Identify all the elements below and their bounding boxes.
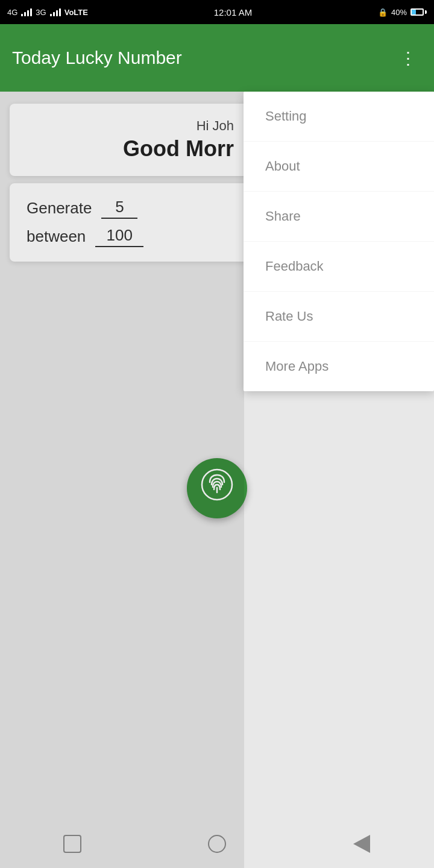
bar4 [30,8,32,16]
status-bar: 4G 3G VoLTE 12:01 AM 🔒 40% [0,0,434,24]
menu-item-rate-us[interactable]: Rate Us [244,292,434,342]
menu-item-setting[interactable]: Setting [244,92,434,142]
overflow-menu-button[interactable]: ⋮ [395,43,422,73]
bar3 [27,10,29,16]
menu-label-setting: Setting [265,108,307,124]
dropdown-menu: Setting About Share Feedback Rate Us Mor… [244,92,434,391]
status-left: 4G 3G VoLTE [7,8,88,17]
menu-label-feedback: Feedback [265,259,324,274]
bar5 [50,14,52,16]
battery-fill [412,10,416,14]
network-3g: 3G [36,8,46,17]
menu-label-rate-us: Rate Us [265,309,313,324]
menu-item-feedback[interactable]: Feedback [244,242,434,292]
bar1 [21,14,23,16]
main-content: Hi Joh Good Morr Generate 5 between 100 [0,92,434,868]
app-bar: Today Lucky Number ⋮ [0,24,434,92]
signal-bars-2 [50,8,61,16]
menu-item-more-apps[interactable]: More Apps [244,342,434,391]
scrim-overlay [0,92,244,868]
signal-bars-1 [21,8,32,16]
bar7 [56,10,58,16]
menu-label-more-apps: More Apps [265,359,329,374]
battery-tip [425,10,427,14]
menu-label-share: Share [265,209,301,224]
volte-label: VoLTE [64,8,88,17]
bar2 [24,12,26,16]
bar6 [53,12,55,16]
back-icon [353,835,370,853]
lock-icon: 🔒 [378,8,388,17]
bar8 [59,8,61,16]
network-4g: 4G [7,8,17,17]
menu-label-about: About [265,159,300,174]
menu-item-about[interactable]: About [244,142,434,192]
battery-body [410,8,424,16]
battery-percent: 40% [391,8,407,17]
battery-icon [410,8,427,16]
menu-item-share[interactable]: Share [244,192,434,242]
status-time: 12:01 AM [214,7,252,17]
app-title: Today Lucky Number [12,48,182,68]
nav-back-button[interactable] [347,829,376,858]
status-right: 🔒 40% [378,8,427,17]
